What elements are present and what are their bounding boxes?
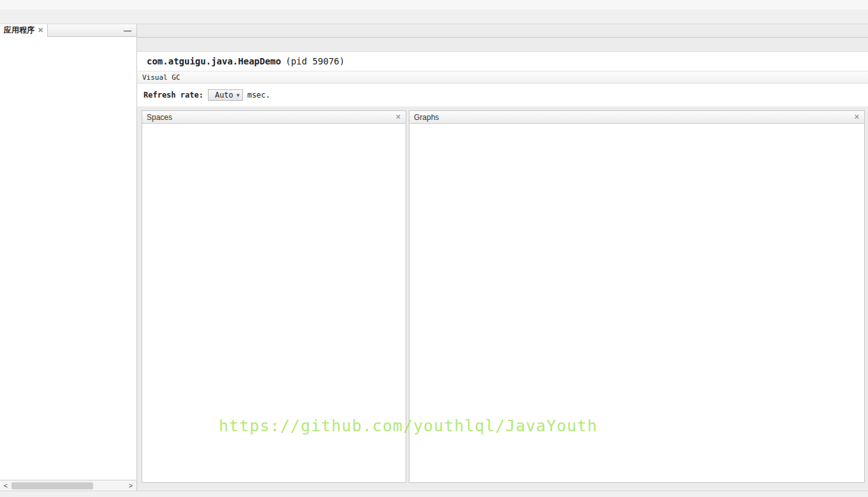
- graphs-panel-body: [409, 124, 864, 482]
- section-title: Visual GC: [142, 73, 180, 82]
- toolbar: [0, 10, 868, 24]
- refresh-rate-label: Refresh rate:: [143, 91, 203, 100]
- close-icon[interactable]: ✕: [854, 114, 860, 121]
- scrollbar-thumb[interactable]: [11, 482, 93, 489]
- content-area: com.atguigu.java.HeapDemo (pid 59076) Vi…: [137, 24, 868, 491]
- refresh-rate-value: Auto: [215, 91, 233, 100]
- refresh-rate-select[interactable]: Auto ▼: [208, 89, 243, 101]
- spaces-panel-title: Spaces: [147, 113, 172, 122]
- app-name: com.atguigu.java.HeapDemo: [147, 56, 281, 66]
- spaces-panel-body: [142, 124, 406, 482]
- applications-tab[interactable]: 应用程序 ✕: [0, 24, 48, 37]
- close-icon[interactable]: ✕: [38, 27, 43, 34]
- spaces-panel-header: Spaces ✕: [142, 111, 406, 124]
- visualgc-toolbar: Visual GC: [137, 71, 868, 84]
- graphs-panel-title: Graphs: [414, 113, 439, 122]
- status-bar: [0, 491, 868, 497]
- app-pid: (pid 59076): [286, 56, 345, 66]
- spaces-panel: Spaces ✕: [142, 110, 406, 483]
- scroll-right-icon[interactable]: >: [126, 482, 135, 489]
- refresh-rate-row: Refresh rate: Auto ▼ msec.: [137, 84, 868, 107]
- spaces-columns: [146, 129, 402, 479]
- applications-tab-label: 应用程序: [4, 25, 34, 36]
- applications-sidebar: 应用程序 ✕ — < >: [0, 24, 137, 491]
- visualvm-window: 应用程序 ✕ — < > com.atguigu.java.HeapDemo: [0, 0, 868, 497]
- graph-rows: [413, 129, 860, 479]
- graphs-panel-header: Graphs ✕: [409, 111, 864, 124]
- graphs-panel: Graphs ✕: [409, 110, 865, 483]
- minimize-icon[interactable]: —: [119, 26, 136, 35]
- panels-row: Spaces ✕ Graphs ✕: [137, 107, 868, 491]
- chevron-down-icon: ▼: [237, 93, 240, 98]
- menu-bar: [0, 0, 868, 10]
- application-title: com.atguigu.java.HeapDemo (pid 59076): [137, 52, 868, 68]
- view-subtabs: [137, 38, 868, 52]
- refresh-rate-unit: msec.: [247, 91, 270, 100]
- close-icon[interactable]: ✕: [395, 114, 401, 121]
- scroll-left-icon[interactable]: <: [1, 482, 10, 489]
- visualgc-view: com.atguigu.java.HeapDemo (pid 59076) Vi…: [137, 52, 868, 491]
- main-split: 应用程序 ✕ — < > com.atguigu.java.HeapDemo: [0, 24, 868, 491]
- sidebar-header: 应用程序 ✕ —: [0, 24, 136, 37]
- applications-tree: [0, 37, 136, 480]
- document-tabs: [137, 24, 868, 38]
- sidebar-horizontal-scrollbar[interactable]: < >: [0, 480, 136, 491]
